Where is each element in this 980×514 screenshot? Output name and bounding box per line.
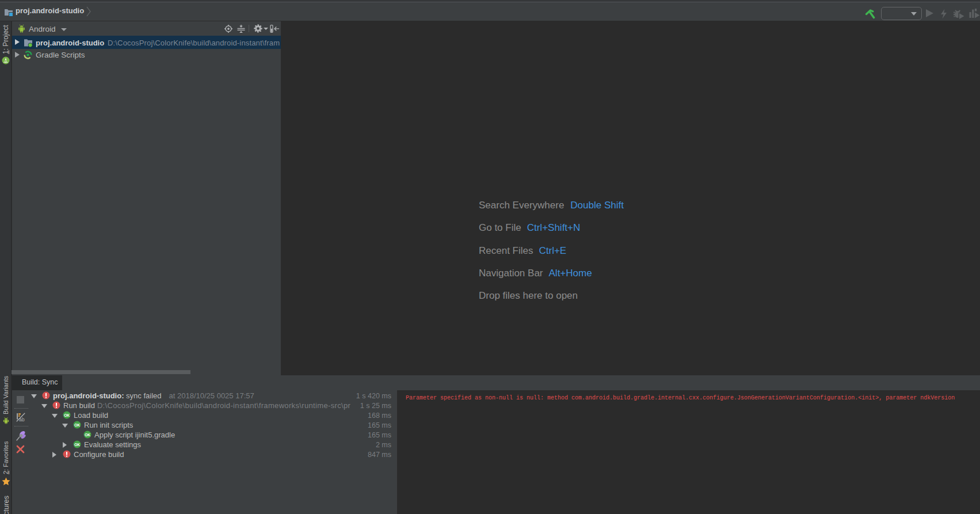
svg-text:ab: ab [19, 417, 25, 422]
svg-text:OK: OK [74, 423, 80, 427]
svg-text:OK: OK [74, 443, 80, 447]
svg-text:OK: OK [85, 433, 90, 437]
svg-text:OK: OK [64, 413, 70, 417]
